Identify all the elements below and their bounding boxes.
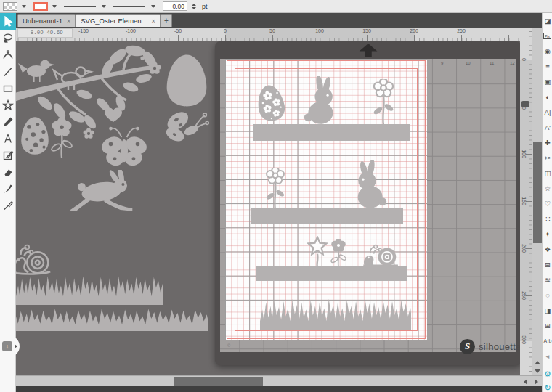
vertical-scrollbar-thumb[interactable] [533,142,542,243]
line-style-selector[interactable] [64,2,97,11]
sync-icon[interactable]: ↻ [543,380,552,392]
line-color-swatch[interactable] [33,2,48,11]
vertical-scrollbar[interactable] [532,28,542,375]
scroll-right-button[interactable] [531,376,541,387]
shelf2-bunny[interactable] [343,160,392,209]
design-snail-outline[interactable] [16,235,54,277]
shelf3-flower[interactable] [328,239,349,267]
line-weight-dropdown-icon[interactable] [151,5,155,8]
text-tool[interactable] [0,130,16,147]
scroll-down-button[interactable] [532,367,543,375]
fill-color-dropdown-icon[interactable] [22,5,26,8]
design-polka-dot-egg[interactable] [20,116,49,155]
glyphs-ab-icon[interactable]: A·b [543,333,552,348]
trace-icon[interactable]: ◐ [543,89,552,105]
design-page-settings-icon[interactable]: ◪ [543,13,552,28]
pixscan-icon[interactable]: Pix [543,33,551,39]
select-tool[interactable] [0,13,16,30]
line-color-dropdown-icon[interactable] [52,5,57,8]
fill-pattern-icon[interactable]: ▣ [543,74,552,89]
design-tiny-flower[interactable] [83,128,94,139]
fill-color-swatch[interactable] [3,2,17,11]
freehand-draw-tool[interactable] [0,113,16,130]
ruler-label: 250 [457,28,466,33]
warp-grid-icon[interactable]: ⊞ [543,318,552,333]
stroke-width-stepper[interactable] [192,4,196,9]
puzzle-icon[interactable]: ❖ [543,242,552,257]
mat-copyright: © [227,343,230,348]
replicate-icon[interactable]: ◫ [543,166,552,181]
modify-icon[interactable]: ✂ [543,150,552,166]
weld-icon[interactable]: ◨ [543,303,552,318]
design-leaping-bunny[interactable] [68,170,135,215]
mat-column-number: 11 [490,61,494,65]
design-flower[interactable] [49,118,74,158]
edit-points-tool[interactable] [0,46,16,63]
offset-icon[interactable]: ☆ [543,181,552,196]
scroll-up-button[interactable] [532,358,543,367]
design-grass-strip-1[interactable] [16,273,163,305]
shelf1-patterned-egg[interactable] [253,80,288,126]
download-button[interactable]: ↓ [2,341,12,351]
eraser-tool[interactable] [0,163,16,180]
advanced-copy-icon[interactable]: ⊟ [543,257,552,272]
eyedropper-tool[interactable] [0,197,16,213]
shelf-banner-1[interactable] [253,124,410,141]
line-icon [2,66,14,78]
hatch-fill-icon[interactable]: ≋ [543,272,552,287]
tab-unbenannt-1[interactable]: Unbenannt-1 × [17,14,76,27]
character-icon[interactable]: A′ [543,120,552,135]
shelf3-snail[interactable] [362,240,401,267]
design-butterfly-front[interactable] [97,125,151,170]
lasso-select-tool[interactable] [0,30,16,46]
silhouette-logo-text: silhouette [479,341,521,352]
color-palette-icon[interactable]: ◉ [543,44,552,59]
tab-close-icon[interactable]: × [152,17,155,25]
ruler-label: 0 [224,28,227,33]
design-butterfly-side[interactable] [161,107,209,145]
text-style-icon[interactable]: A| [543,105,552,120]
rhinestone-circle-icon[interactable]: ◌ [543,287,552,303]
settings-gear-icon[interactable]: ⚙ [543,367,552,382]
scroll-left-button[interactable] [520,376,530,387]
new-tab-button[interactable]: + [161,14,172,27]
horizontal-scrollbar-thumb[interactable] [174,377,263,386]
shelf1-flower[interactable] [368,79,399,125]
page-grass-strip[interactable] [260,295,411,330]
shelf-banner-2[interactable] [251,208,403,224]
collapse-panel-icon[interactable]: ◂ [543,348,552,364]
design-page[interactable] [225,59,427,340]
stipple-icon[interactable]: ∷ [543,211,552,226]
note-tool[interactable] [0,147,16,163]
tab-close-icon[interactable]: × [67,17,70,25]
eraser-icon [2,166,14,178]
line-style-icon[interactable]: ≡ [543,59,552,74]
design-canvas[interactable]: 9 10 11 12 [16,41,542,375]
shelf-banner-3[interactable] [256,266,407,281]
shelf1-bunny[interactable] [294,76,352,125]
transform-icon[interactable]: ✚ [543,135,552,150]
flyout-expand-icon[interactable] [15,344,17,348]
design-plain-egg[interactable] [166,54,208,107]
draw-line-tool[interactable] [0,63,16,80]
shelf2-flower[interactable] [263,168,288,209]
line-weight-selector[interactable] [113,2,147,11]
horizontal-scrollbar[interactable] [16,375,542,386]
draw-rectangle-tool[interactable] [0,80,16,97]
knife-tool[interactable] [0,180,16,197]
sketch-icon[interactable]: ♡ [543,196,552,211]
ruler-drag-marker[interactable] [521,101,529,107]
knife-icon [2,183,14,195]
tab-svg-oster-elemente[interactable]: SVG_Oster Elemen... × [76,14,161,27]
rhinestone-star-icon[interactable]: ✦ [543,226,552,242]
document-tab-bar: Unbenannt-1 × SVG_Oster Elemen... × + [16,13,542,28]
ruler-label: 50 [269,28,275,33]
shelf3-star-flower[interactable] [305,236,330,267]
ruler-label: 100 [521,150,527,158]
draw-polygon-tool[interactable] [0,97,16,113]
ruler-label: 150 [521,197,527,205]
line-style-dropdown-icon[interactable] [102,5,106,8]
stroke-width-input[interactable]: 0.00 [163,1,187,11]
ruler-label: 0 [521,58,527,61]
design-grass-strip-2[interactable] [16,306,208,331]
